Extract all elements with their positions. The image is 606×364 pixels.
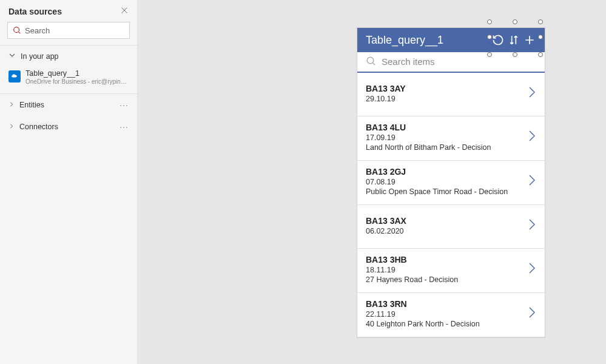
category-label: Entities xyxy=(19,101,44,109)
category-connectors[interactable]: Connectors ··· xyxy=(0,116,137,138)
canvas[interactable]: Table_query__1 Search items BA13 3AY 29.… xyxy=(138,0,606,364)
category-label: Connectors xyxy=(19,123,58,131)
panel-title: Data sources xyxy=(8,7,62,16)
data-source-item[interactable]: Table_query__1 OneDrive for Business - e… xyxy=(0,67,137,90)
list-item-date: 18.11.19 xyxy=(366,266,528,274)
list-item-date: 06.02.2020 xyxy=(366,227,528,235)
app-header: Table_query__1 xyxy=(357,28,545,52)
more-icon[interactable]: ··· xyxy=(120,100,129,110)
list-item-desc: 27 Haynes Road - Decision xyxy=(366,275,528,284)
search-items-placeholder: Search items xyxy=(382,56,435,67)
list-item-body: BA13 3RN 22.11.19 40 Leighton Park North… xyxy=(366,299,528,328)
list-item-title: BA13 3AX xyxy=(366,216,528,226)
list-item-body: BA13 3AY 29.10.19 xyxy=(366,84,528,103)
search-box[interactable] xyxy=(7,22,130,39)
list-item-body: BA13 2GJ 07.08.19 Public Open Space Timo… xyxy=(366,167,528,196)
chevron-right-icon[interactable] xyxy=(528,174,536,189)
chevron-down-icon xyxy=(8,52,16,61)
list-item-date: 22.11.19 xyxy=(366,310,528,318)
chevron-right-icon[interactable] xyxy=(528,218,536,233)
app-preview: Table_query__1 Search items BA13 3AY 29.… xyxy=(357,27,545,338)
data-source-sub: OneDrive for Business - eric@rypinslaw.c… xyxy=(25,78,129,85)
list-container: BA13 3AY 29.10.19 BA13 4LU 17.09.19 Land… xyxy=(357,73,545,337)
close-icon[interactable] xyxy=(120,6,129,17)
section-in-your-app[interactable]: In your app xyxy=(0,46,137,67)
chevron-right-icon[interactable] xyxy=(528,130,536,144)
list-item[interactable]: BA13 3AX 06.02.2020 xyxy=(357,205,545,249)
list-item-body: BA13 3HB 18.11.19 27 Haynes Road - Decis… xyxy=(366,255,528,284)
list-item[interactable]: BA13 3RN 22.11.19 40 Leighton Park North… xyxy=(357,293,545,337)
data-source-text: Table_query__1 OneDrive for Business - e… xyxy=(25,69,129,85)
sort-icon[interactable] xyxy=(506,34,522,46)
data-source-name: Table_query__1 xyxy=(25,69,129,78)
list-item-title: BA13 4LU xyxy=(366,123,528,132)
list-item-date: 29.10.19 xyxy=(366,95,528,103)
svg-point-1 xyxy=(367,57,374,64)
svg-point-0 xyxy=(14,27,19,33)
more-icon[interactable]: ··· xyxy=(120,122,129,132)
search-items-box[interactable]: Search items xyxy=(357,52,545,73)
list-item[interactable]: BA13 3HB 18.11.19 27 Haynes Road - Decis… xyxy=(357,249,545,293)
list-item-date: 17.09.19 xyxy=(366,133,528,142)
search-icon xyxy=(366,56,377,67)
list-item[interactable]: BA13 2GJ 07.08.19 Public Open Space Timo… xyxy=(357,161,545,205)
add-icon[interactable] xyxy=(522,34,537,46)
chevron-right-icon xyxy=(8,101,15,109)
section-label: In your app xyxy=(21,52,59,61)
list-item[interactable]: BA13 4LU 17.09.19 Land North of Bitham P… xyxy=(357,116,545,161)
refresh-icon[interactable] xyxy=(490,34,506,46)
list-item-title: BA13 3HB xyxy=(366,255,528,265)
chevron-right-icon[interactable] xyxy=(528,262,536,277)
list-item-desc: Public Open Space Timor Road - Decision xyxy=(366,187,528,196)
chevron-right-icon[interactable] xyxy=(528,86,536,101)
list-item-body: BA13 4LU 17.09.19 Land North of Bitham P… xyxy=(366,123,528,152)
app-title: Table_query__1 xyxy=(366,34,490,47)
search-input[interactable] xyxy=(21,26,124,35)
chevron-right-icon[interactable] xyxy=(528,306,536,321)
list-item-date: 07.08.19 xyxy=(366,178,528,186)
list-item-body: BA13 3AX 06.02.2020 xyxy=(366,216,528,235)
onedrive-icon xyxy=(8,70,21,83)
panel-header: Data sources xyxy=(0,0,137,22)
list-item-desc: Land North of Bitham Park - Decision xyxy=(366,143,528,152)
list-item-title: BA13 3RN xyxy=(366,299,528,309)
list-item-title: BA13 3AY xyxy=(366,84,528,93)
data-sources-panel: Data sources In your app Table_query__1 xyxy=(0,0,138,364)
list-item-desc: 40 Leighton Park North - Decision xyxy=(366,320,528,328)
category-entities[interactable]: Entities ··· xyxy=(0,94,137,116)
search-icon xyxy=(13,26,21,35)
list-item[interactable]: BA13 3AY 29.10.19 xyxy=(357,73,545,116)
list-item-title: BA13 2GJ xyxy=(366,167,528,177)
chevron-right-icon xyxy=(8,123,15,131)
search-row xyxy=(0,22,137,45)
